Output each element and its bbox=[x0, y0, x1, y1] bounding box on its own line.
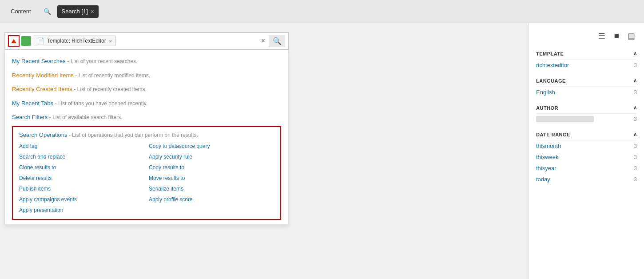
operations-grid: Add tagCopy to datasource querySearch an… bbox=[19, 142, 274, 215]
filter-item-name[interactable]: richtexteditor bbox=[536, 62, 569, 68]
template-chip-icon: 📄 bbox=[37, 37, 44, 44]
filter-label-date-range: DATE RANGE bbox=[536, 132, 570, 137]
right-sidebar: ☰ ◾ ▤ TEMPLATE ∧ richtexteditor 3 LANGUA… bbox=[529, 23, 644, 279]
recent-tabs-label[interactable]: My Recent Tabs bbox=[12, 100, 53, 107]
operations-title: Search Operations - List of operations t… bbox=[19, 132, 274, 138]
filter-section-author: AUTHOR ∧ 3 bbox=[536, 105, 637, 124]
op-serialize-items[interactable]: Serialize items bbox=[149, 184, 274, 193]
recently-created-label[interactable]: Recently Created Items bbox=[12, 86, 72, 92]
search-bar-close-btn[interactable]: × bbox=[259, 37, 267, 45]
filter-count: 3 bbox=[634, 116, 637, 122]
search-bar-magnify-btn[interactable]: 🔍 bbox=[269, 35, 285, 47]
op-search-replace[interactable]: Search and replace bbox=[19, 152, 144, 161]
filter-header-author[interactable]: AUTHOR ∧ bbox=[536, 105, 637, 114]
filter-section-template: TEMPLATE ∧ richtexteditor 3 bbox=[536, 51, 637, 71]
op-clone-results[interactable]: Clone results to bbox=[19, 163, 144, 172]
search-box-container: 📄 Template: RichTextEditor × × 🔍 My Rece… bbox=[4, 32, 289, 225]
main-layout: 📄 Template: RichTextEditor × × 🔍 My Rece… bbox=[0, 23, 644, 279]
recent-tabs-desc: - List of tabs you have opened recently. bbox=[55, 100, 148, 107]
recently-created-row: Recently Created Items - List of recentl… bbox=[12, 82, 281, 96]
filter-item: thisyear 3 bbox=[536, 163, 637, 174]
filter-count: 3 bbox=[634, 143, 637, 149]
filter-count: 3 bbox=[634, 165, 637, 171]
operations-box: Search Operations - List of operations t… bbox=[12, 126, 281, 220]
search-tab-label: Search [1] bbox=[62, 8, 88, 15]
filter-chevron-author: ∧ bbox=[633, 105, 637, 111]
recent-searches-label[interactable]: My Recent Searches bbox=[12, 58, 66, 64]
recently-created-desc: - List of recently created items. bbox=[74, 86, 146, 92]
top-bar: Content 🔍 Search [1] × bbox=[0, 0, 644, 23]
filter-item-name[interactable]: today bbox=[536, 176, 550, 183]
filter-chevron-template: ∧ bbox=[633, 51, 637, 56]
filter-item: thismonth 3 bbox=[536, 140, 637, 151]
op-apply-security[interactable]: Apply security rule bbox=[149, 152, 274, 161]
filter-count: 3 bbox=[634, 62, 637, 68]
green-icon[interactable] bbox=[21, 36, 31, 46]
op-copy-results[interactable]: Copy results to bbox=[149, 163, 274, 172]
operations-label[interactable]: Search Operations bbox=[19, 132, 67, 138]
recent-searches-desc: - List of your recent searches. bbox=[67, 58, 137, 64]
search-filters-label[interactable]: Search Filters bbox=[12, 114, 48, 120]
filter-sections: TEMPLATE ∧ richtexteditor 3 LANGUAGE ∧ E… bbox=[536, 51, 637, 185]
detail-view-icon[interactable]: ▤ bbox=[626, 30, 637, 42]
filter-label-template: TEMPLATE bbox=[536, 51, 564, 56]
content-tab[interactable]: Content bbox=[4, 5, 37, 17]
op-empty-2[interactable] bbox=[149, 206, 274, 215]
filter-item-name[interactable]: thismonth bbox=[536, 143, 561, 149]
filter-item: 3 bbox=[536, 114, 637, 124]
search-icon-top[interactable]: 🔍 bbox=[41, 5, 54, 18]
grid-view-icon[interactable]: ◾ bbox=[610, 30, 623, 42]
op-add-tag[interactable]: Add tag bbox=[19, 142, 144, 151]
op-apply-campaigns[interactable]: Apply campaigns events bbox=[19, 195, 144, 204]
filter-item-name[interactable]: thisweek bbox=[536, 154, 559, 160]
search-bar: 📄 Template: RichTextEditor × × 🔍 bbox=[4, 32, 289, 50]
filter-header-date-range[interactable]: DATE RANGE ∧ bbox=[536, 132, 637, 140]
filter-label-author: AUTHOR bbox=[536, 105, 558, 111]
filter-item: thisweek 3 bbox=[536, 151, 637, 163]
filter-header-language[interactable]: LANGUAGE ∧ bbox=[536, 78, 637, 87]
template-chip-close[interactable]: × bbox=[109, 38, 112, 44]
filter-chevron-date-range: ∧ bbox=[633, 132, 637, 137]
recent-searches-row: My Recent Searches - List of your recent… bbox=[12, 54, 281, 68]
search-tab-close[interactable]: × bbox=[91, 8, 94, 15]
recent-tabs-row: My Recent Tabs - List of tabs you have o… bbox=[12, 96, 281, 111]
filter-header-template[interactable]: TEMPLATE ∧ bbox=[536, 51, 637, 60]
op-apply-profile[interactable]: Apply profile score bbox=[149, 195, 274, 204]
search-tab[interactable]: Search [1] × bbox=[57, 5, 99, 18]
op-apply-presentation[interactable]: Apply presentation bbox=[19, 206, 144, 215]
list-view-icon[interactable]: ☰ bbox=[596, 30, 607, 42]
filter-section-language: LANGUAGE ∧ English 3 bbox=[536, 78, 637, 98]
filter-section-date-range: DATE RANGE ∧ thismonth 3 thisweek 3 this… bbox=[536, 132, 637, 185]
filter-item-name-muted bbox=[536, 116, 594, 122]
filter-item: richtexteditor 3 bbox=[536, 60, 637, 71]
recently-modified-label[interactable]: Recently Modified Items bbox=[12, 72, 74, 79]
filter-item: English 3 bbox=[536, 87, 637, 98]
filter-item-name[interactable]: English bbox=[536, 89, 555, 96]
filter-count: 3 bbox=[634, 89, 637, 96]
filter-item: today 3 bbox=[536, 174, 637, 185]
op-publish-items[interactable]: Publish items bbox=[19, 184, 144, 193]
op-copy-datasource[interactable]: Copy to datasource query bbox=[149, 142, 274, 151]
template-chip-label: Template: RichTextEditor bbox=[47, 38, 106, 44]
recently-modified-row: Recently Modified Items - List of recent… bbox=[12, 68, 281, 83]
arrow-up-icon bbox=[11, 39, 16, 43]
content-area: 📄 Template: RichTextEditor × × 🔍 My Rece… bbox=[0, 23, 529, 279]
search-filters-row: Search Filters - List of available searc… bbox=[12, 110, 281, 124]
operations-desc: - List of operations that you can perfor… bbox=[69, 132, 198, 138]
op-delete-results[interactable]: Delete results bbox=[19, 174, 144, 183]
filter-label-language: LANGUAGE bbox=[536, 78, 566, 84]
filter-count: 3 bbox=[634, 176, 637, 183]
dropdown-panel: My Recent Searches - List of your recent… bbox=[4, 50, 289, 225]
filter-chevron-language: ∧ bbox=[633, 78, 637, 84]
filter-item-name[interactable]: thisyear bbox=[536, 165, 557, 171]
filter-count: 3 bbox=[634, 154, 637, 160]
template-chip: 📄 Template: RichTextEditor × bbox=[33, 36, 116, 46]
arrow-up-button[interactable] bbox=[8, 35, 20, 47]
search-filters-desc: - List of available search filters. bbox=[49, 114, 123, 120]
recently-modified-desc: - List of recently modified items. bbox=[75, 72, 150, 79]
view-icons: ☰ ◾ ▤ bbox=[536, 30, 637, 42]
op-move-results[interactable]: Move results to bbox=[149, 174, 274, 183]
